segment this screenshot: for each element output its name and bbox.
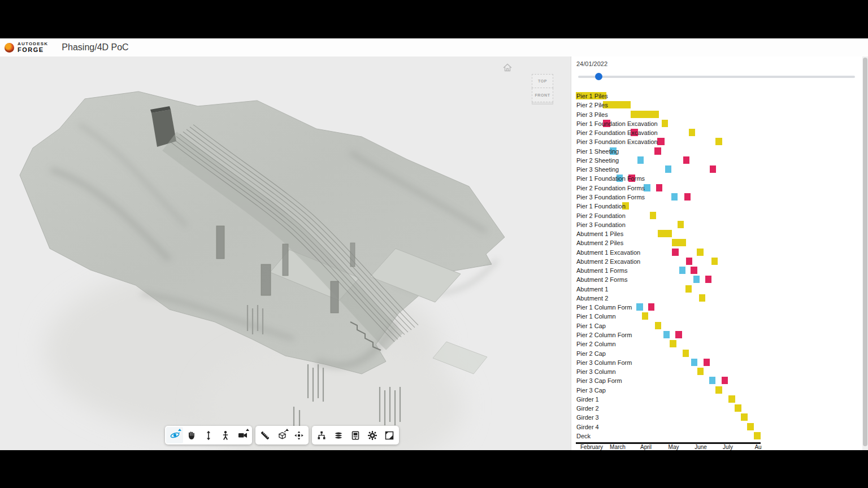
orbit-button[interactable] [166,427,183,443]
properties-button[interactable] [347,427,364,443]
gantt-row: Abutment 2 Piles [571,238,862,247]
gantt-bar-red[interactable] [654,147,661,155]
view-cube[interactable]: TOP FRONT [532,74,553,104]
gantt-bar-yellow[interactable] [697,368,704,375]
month-label: February [580,444,603,450]
gantt-bar-yellow[interactable] [678,221,684,228]
section-button[interactable] [274,427,290,443]
gantt-bar-yellow[interactable] [715,386,722,394]
gantt-bar-blue[interactable] [679,267,685,274]
gantt-bar-blue[interactable] [637,156,644,164]
gantt-row: Pier 2 Foundation Forms [571,184,862,193]
gantt-row: Girder 1 [571,395,862,404]
orbit-flyout-arrow [178,429,181,431]
camera-button[interactable] [234,427,251,443]
gantt-bar-red[interactable] [686,258,692,265]
gantt-bar-red[interactable] [710,165,716,173]
gantt-bar-red[interactable] [656,184,662,191]
gantt-bar-yellow[interactable] [685,285,692,293]
task-label: Pier 3 Column [576,368,616,376]
gantt-bar-blue[interactable] [636,303,643,311]
gantt-chart: Pier 1 PilesPier 2 PilesPier 3 PilesPier… [571,56,862,450]
panel-scrollbar[interactable] [862,56,868,450]
gantt-bar-yellow[interactable] [728,395,735,403]
task-label: Abutment 1 Piles [576,230,623,238]
model-browser-button[interactable] [313,427,330,443]
gantt-bar-red[interactable] [657,138,665,145]
gantt-bar-yellow[interactable] [631,111,659,118]
fullscreen-icon [384,430,394,441]
gantt-bar-yellow[interactable] [697,249,704,256]
measure-icon [260,430,270,441]
task-label: Abutment 2 Excavation [576,258,640,265]
gantt-bar-yellow[interactable] [741,413,748,421]
gantt-bar-yellow[interactable] [670,340,676,347]
panel-scrollbar-thumb[interactable] [863,58,867,446]
gantt-row: Pier 3 Piles [571,110,862,119]
gantt-row: Deck [571,432,862,441]
gantt-bar-blue[interactable] [665,165,671,173]
home-view-button[interactable] [502,62,513,73]
pan-button[interactable] [183,427,200,443]
gantt-bar-yellow[interactable] [662,120,668,127]
gantt-bar-yellow[interactable] [655,322,661,329]
gantt-bar-yellow[interactable] [715,138,722,145]
first-person-button[interactable] [217,427,234,443]
zoom-button[interactable] [200,427,217,443]
explode-button[interactable] [290,427,307,443]
gantt-bar-red[interactable] [704,359,710,366]
task-label: Pier 3 Cap [576,386,606,394]
gantt-bar-red[interactable] [683,156,689,164]
settings-button[interactable] [364,427,381,443]
gantt-bar-yellow[interactable] [699,294,705,302]
month-label: April [640,444,652,450]
gantt-row: Pier 3 Foundation Excavation [571,137,862,146]
gantt-row: Pier 3 Cap [571,386,862,395]
toolbar-group-tools [255,426,309,445]
gantt-bar-red[interactable] [691,267,697,274]
gantt-bar-yellow[interactable] [754,432,761,439]
fullscreen-button[interactable] [381,427,398,443]
gantt-bar-blue[interactable] [671,193,678,201]
terrain-model [0,56,571,450]
gantt-row: Pier 2 Piles [571,101,862,110]
gantt-bar-yellow[interactable] [711,258,718,265]
gantt-bar-blue[interactable] [693,276,700,283]
gantt-row: Pier 3 Foundation Forms [571,193,862,202]
gantt-row: Pier 3 Sheeting [571,165,862,174]
gantt-bar-red[interactable] [705,276,711,283]
gantt-bar-yellow[interactable] [735,404,741,412]
month-label: July [723,444,733,450]
page-title: Phasing/4D PoC [62,42,128,53]
gantt-bar-blue[interactable] [663,331,670,338]
gantt-row: Pier 1 Foundation Forms [571,174,862,183]
gantt-row: Pier 1 Column [571,312,862,321]
viewer-canvas[interactable]: TOP FRONT [0,56,571,450]
gantt-bar-blue[interactable] [709,377,715,384]
gantt-bar-red[interactable] [672,249,679,256]
gantt-bar-blue[interactable] [691,359,697,366]
gantt-bar-yellow[interactable] [683,350,689,357]
gantt-bar-yellow[interactable] [642,312,648,320]
gantt-bar-yellow[interactable] [747,423,754,430]
layers-button[interactable] [330,427,347,443]
task-label: Abutment 1 Excavation [576,249,640,256]
gantt-bar-red[interactable] [684,193,691,201]
measure-button[interactable] [257,427,274,443]
gantt-bar-red[interactable] [648,303,654,311]
task-label: Pier 3 Piles [576,111,608,119]
gantt-bar-yellow[interactable] [658,230,672,237]
viewcube-top-face[interactable]: TOP [532,74,553,88]
gantt-row: Pier 2 Foundation [571,211,862,220]
gantt-row: Girder 2 [571,404,862,413]
section-flyout-arrow [285,429,289,431]
viewcube-front-face[interactable]: FRONT [532,88,553,102]
gantt-bar-red[interactable] [722,377,728,384]
gantt-bar-red[interactable] [675,331,682,338]
gantt-bar-yellow[interactable] [650,212,656,219]
home-icon [502,62,513,73]
gantt-bar-yellow[interactable] [672,239,686,246]
toolbar-group-navigation [165,426,252,445]
gantt-bar-yellow[interactable] [689,129,695,136]
section-icon [277,430,288,441]
